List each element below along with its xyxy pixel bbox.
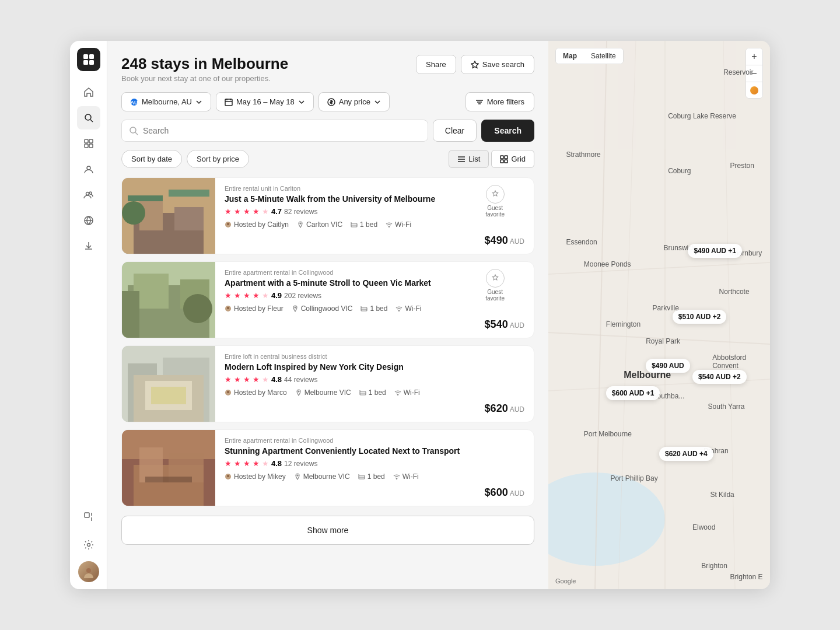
share-button[interactable]: Share [416,55,456,74]
listing-title[interactable]: Just a 5-Minute Walk from the University… [225,194,475,204]
user-avatar[interactable] [78,561,99,582]
more-filters-label: More filters [487,97,524,106]
map-price-label[interactable]: $620 AUD +4 [659,447,713,461]
beds-info: 1 bed [359,388,386,397]
svg-rect-7 [89,139,93,143]
sidebar-item-user[interactable] [77,158,100,181]
sidebar-item-settings[interactable] [77,533,100,556]
host-info: Hosted by Fleur [225,304,284,313]
star-3: ★ [243,291,250,300]
main-content: 248 stays in Melbourne Book your next st… [107,41,548,589]
beds-info: 1 bed [358,473,385,481]
sidebar-item-home[interactable] [77,80,100,104]
listing-card[interactable]: Entire loft in central business district… [121,345,534,422]
host-avatar-icon [225,389,232,396]
map-price-label[interactable]: $490 AUD +1 [688,244,742,258]
wifi-label: Wi-Fi [405,304,421,313]
listing-title[interactable]: Modern Loft Inspired by New York City De… [225,362,475,372]
listing-image-svg [122,346,215,422]
listing-title[interactable]: Apartment with a 5-minute Stroll to Quee… [225,278,475,288]
guest-favorite-badge: Guestfavorite [485,185,505,218]
wifi-icon [386,221,393,228]
price-filter[interactable]: Any price [318,92,390,111]
search-button[interactable]: Search [481,120,534,142]
star-5: ★ [262,207,269,216]
sort-by-date-button[interactable]: Sort by date [121,150,182,168]
app-logo[interactable] [77,48,100,71]
more-filters-button[interactable]: More filters [466,92,534,111]
sidebar-item-users[interactable] [77,183,100,206]
location-filter[interactable]: AU Melbourne, AU [121,92,211,111]
svg-point-46 [300,223,301,224]
svg-line-5 [90,120,93,122]
listing-info: Entire loft in central business district… [215,346,485,422]
wifi-info: Wi-Fi [393,473,419,481]
map-tab-satellite[interactable]: Satellite [584,48,623,64]
zoom-out-button[interactable]: − [746,65,762,82]
svg-rect-36 [505,160,508,163]
sort-by-price-button[interactable]: Sort by price [187,150,249,168]
svg-rect-8 [85,144,88,148]
star-2: ★ [234,291,241,300]
sidebar-item-download[interactable] [77,235,100,258]
filters-row: AU Melbourne, AU May 16 – May 18 [121,92,534,111]
svg-rect-66 [151,387,186,404]
listing-location: Melbourne VIC [304,388,351,397]
zoom-in-button[interactable]: + [746,48,762,65]
svg-rect-2 [83,60,88,65]
map-tab-map[interactable]: Map [556,48,584,64]
listing-location: Melbourne VIC [303,473,350,481]
my-location-button[interactable] [746,82,762,98]
grid-view-label: Grid [511,155,526,163]
host-avatar-icon [225,221,232,228]
sidebar-item-globe[interactable] [77,209,100,232]
map-price-label[interactable]: $540 AUD +2 [692,370,747,384]
map-panel: Map Satellite + − ReservoirCoburg Lake R… [548,41,770,589]
svg-point-4 [85,114,91,120]
listing-card[interactable]: Entire rental unit in Carlton Just a 5-M… [121,177,534,254]
sort-view-row: Sort by date Sort by price List [121,150,534,168]
listing-meta: Hosted by Mikey Melbourne VIC 1 bed [225,473,475,481]
svg-point-54 [183,294,212,323]
listing-type: Entire apartment rental in Collingwood [225,269,475,276]
star-1: ★ [225,207,232,216]
beds-count: 1 bed [369,388,386,397]
listing-card[interactable]: Entire apartment rental in Collingwood S… [121,429,534,506]
badge-icon [486,185,505,204]
date-filter[interactable]: May 16 – May 18 [216,92,314,111]
wifi-info: Wi-Fi [394,388,420,397]
svg-point-28 [130,127,136,133]
search-input[interactable] [143,120,421,141]
sidebar-item-search[interactable] [77,106,100,130]
price-filter-label: Any price [339,97,370,106]
map-price-label[interactable]: $510 AUD +2 [673,310,727,324]
star-2: ★ [234,207,241,216]
listing-title[interactable]: Stunning Apartment Conveniently Located … [225,446,475,456]
listings-panel: 248 stays in Melbourne Book your next st… [107,41,548,589]
chevron-down-icon [374,99,381,106]
svg-point-59 [399,310,400,312]
svg-point-16 [87,544,90,547]
svg-point-57 [295,307,296,308]
badge-label: Guestfavorite [485,205,505,218]
search-bar: Clear Search [121,120,534,142]
show-more-button[interactable]: Show more [121,516,534,545]
map-background: Map Satellite + − ReservoirCoburg Lake R… [548,41,770,589]
grid-view-button[interactable]: Grid [491,150,534,168]
list-view-button[interactable]: List [449,150,489,168]
sidebar-item-grid[interactable] [77,132,100,155]
clear-button[interactable]: Clear [433,120,477,142]
listing-image-svg [122,178,215,254]
map-price-label[interactable]: $600 AUD +1 [606,386,660,400]
save-search-button[interactable]: Save search [461,55,534,74]
flag-icon: AU [130,98,138,106]
listing-image-svg [122,430,215,506]
listing-card[interactable]: Entire apartment rental in Collingwood A… [121,261,534,338]
svg-point-56 [227,307,229,309]
map-price-label[interactable]: $490 AUD [646,359,690,373]
svg-point-79 [227,475,229,477]
guest-favorite-badge: Guestfavorite [485,269,505,302]
svg-point-45 [227,223,229,225]
sidebar-bottom [77,505,100,582]
sidebar-item-notifications[interactable] [77,505,100,528]
